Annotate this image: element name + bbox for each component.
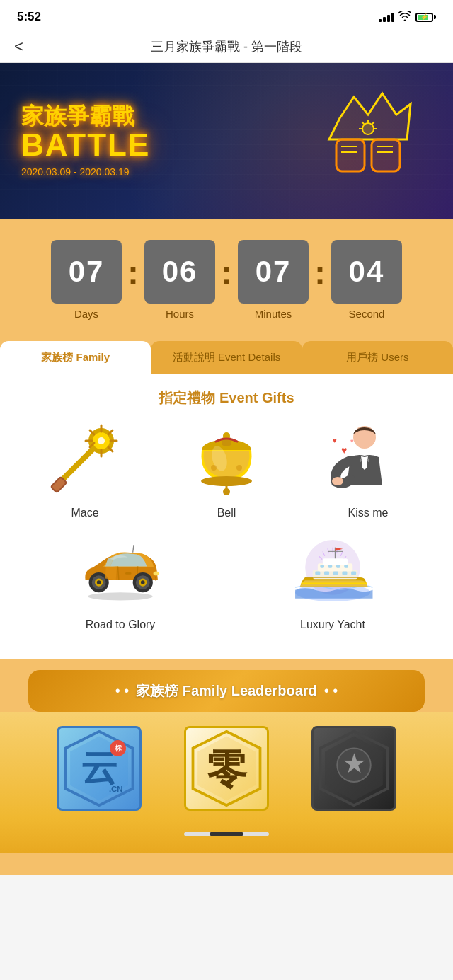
bottom-spacer: [0, 853, 453, 875]
tab-family[interactable]: 家族榜 Family: [0, 341, 151, 374]
countdown-minutes-value: 07: [238, 240, 309, 304]
gift-luxury-yacht[interactable]: Luxury Yacht: [273, 534, 393, 631]
svg-point-35: [236, 465, 242, 471]
svg-text:♥: ♥: [341, 444, 347, 456]
countdown-seconds: 04 Second: [331, 240, 402, 320]
status-icons: ⚡: [379, 11, 436, 23]
gift-bell[interactable]: Bell: [166, 422, 287, 519]
clan-card-3[interactable]: ★: [294, 726, 414, 811]
gift-road-label: Road to Glory: [86, 618, 156, 631]
gift-road-to-glory[interactable]: Road to Glory: [60, 534, 180, 631]
countdown-section: 07 Days : 06 Hours : 07 Minutes : 04 Sec…: [0, 219, 453, 341]
tabs-container: 家族榜 Family 活動說明 Event Details 用戶榜 Users: [0, 341, 453, 374]
svg-rect-74: [336, 565, 340, 567]
leaderboard-section: • • 家族榜 Family Leaderboard • •: [28, 670, 425, 712]
tab-users[interactable]: 用戶榜 Users: [302, 341, 453, 374]
yacht-icon: [290, 534, 375, 611]
svg-point-47: [97, 580, 101, 584]
svg-line-54: [133, 545, 134, 553]
clan-badge-2: 零: [184, 726, 269, 811]
svg-rect-72: [320, 565, 324, 567]
svg-rect-70: [342, 572, 347, 575]
event-gifts-title: 指定禮物 Event Gifts: [14, 388, 439, 408]
countdown-minutes-label: Minutes: [255, 308, 292, 320]
svg-text:♥: ♥: [333, 437, 337, 444]
countdown-days-label: Days: [74, 308, 98, 320]
countdown-days: 07 Days: [51, 240, 122, 320]
status-time: 5:52: [17, 10, 41, 24]
svg-text:标: 标: [114, 744, 122, 752]
mace-icon: [42, 422, 127, 500]
svg-rect-69: [333, 572, 338, 575]
car-icon: [78, 534, 163, 611]
banner: 家族爭霸戰 BATTLE 2020.03.09 - 2020.03.19: [0, 63, 453, 219]
svg-rect-66: [323, 558, 348, 565]
gift-mace-label: Mace: [71, 507, 98, 519]
clan-card-1[interactable]: 云 .CN 标: [39, 726, 159, 811]
countdown-minutes: 07 Minutes: [238, 240, 309, 320]
colon-3: :: [314, 256, 326, 290]
clan-badge-1: 云 .CN 标: [57, 726, 142, 811]
tab-event-details[interactable]: 活動說明 Event Details: [151, 341, 302, 374]
countdown-seconds-label: Second: [349, 308, 385, 320]
svg-rect-2: [372, 139, 400, 171]
gifts-row-1: Mace: [14, 422, 439, 519]
scroll-indicator: [184, 832, 269, 836]
svg-text:♥: ♥: [350, 438, 354, 444]
colon-2: :: [221, 256, 232, 290]
nav-bar: < 三月家族爭霸戰 - 第一階段: [0, 31, 453, 63]
svg-rect-67: [315, 572, 320, 575]
svg-rect-75: [344, 565, 348, 567]
gift-yacht-label: Luxury Yacht: [300, 618, 365, 631]
svg-rect-73: [328, 565, 333, 567]
leaderboard-dots-right: • •: [324, 683, 338, 699]
page-title: 三月家族爭霸戰 - 第一階段: [151, 38, 302, 55]
leaderboard-cards: 云 .CN 标 零: [0, 712, 453, 818]
leaderboard-dots-left: • •: [115, 683, 130, 699]
banner-graphic: [297, 76, 439, 206]
svg-point-31: [223, 488, 230, 495]
kissme-icon: ♥ ♥ ♥: [326, 422, 411, 500]
svg-point-51: [141, 580, 145, 584]
clan-badge-3: ★: [311, 726, 396, 811]
svg-text:零: 零: [207, 747, 248, 792]
countdown-hours-label: Hours: [166, 308, 194, 320]
svg-text:.CN: .CN: [109, 785, 123, 793]
svg-point-24: [98, 437, 105, 444]
countdown-timer: 07 Days : 06 Hours : 07 Minutes : 04 Sec…: [14, 240, 439, 320]
signal-icon: [379, 13, 394, 22]
svg-rect-53: [125, 572, 131, 575]
gift-kissme[interactable]: ♥ ♥ ♥ Kiss me: [308, 422, 428, 519]
svg-point-52: [154, 572, 159, 576]
svg-rect-71: [351, 572, 356, 575]
fist-icon: [297, 76, 439, 203]
countdown-hours-value: 06: [144, 240, 215, 304]
back-button[interactable]: <: [14, 38, 23, 56]
main-content: 指定禮物 Event Gifts: [0, 374, 453, 659]
countdown-seconds-value: 04: [331, 240, 402, 304]
countdown-days-value: 07: [51, 240, 122, 304]
colon-1: :: [127, 256, 139, 290]
bell-icon: [184, 422, 269, 500]
svg-point-37: [332, 477, 343, 485]
countdown-hours: 06 Hours: [144, 240, 215, 320]
svg-point-34: [211, 465, 217, 471]
svg-rect-68: [324, 572, 329, 575]
gift-mace[interactable]: Mace: [25, 422, 145, 519]
gifts-row-2: Road to Glory: [14, 534, 439, 631]
leaderboard-title: 家族榜 Family Leaderboard: [136, 681, 317, 701]
svg-text:★: ★: [343, 751, 365, 777]
svg-point-41: [88, 592, 153, 600]
svg-rect-1: [336, 139, 365, 171]
gift-bell-label: Bell: [217, 507, 236, 519]
clan-card-2[interactable]: 零: [166, 726, 287, 811]
status-bar: 5:52 ⚡: [0, 0, 453, 31]
wifi-icon: [398, 11, 411, 23]
gift-kissme-label: Kiss me: [348, 507, 389, 519]
battery-icon: ⚡: [415, 13, 436, 22]
